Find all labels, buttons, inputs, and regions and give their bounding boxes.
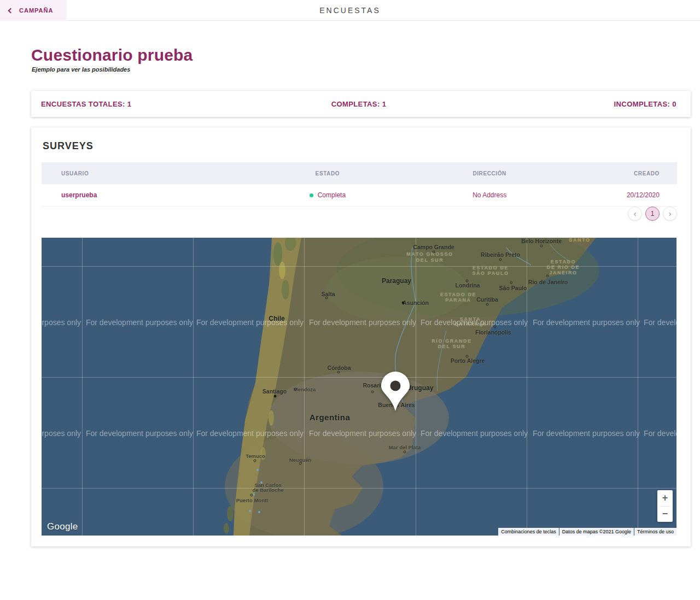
map-label-state: DE RIO DE — [547, 264, 580, 270]
map-label-state: PARANÁ — [445, 297, 471, 303]
dev-purposes-watermark: For development purposes only — [421, 429, 528, 438]
surveys-table: USUARIO ESTADO DIRECCIÓN CREADO userprue… — [42, 162, 677, 207]
map-label-state: ESTADO DE — [472, 265, 509, 270]
map-city-dot — [466, 280, 469, 283]
map-label-city: Campo Grande — [413, 244, 454, 250]
dev-purposes-watermark: For development purposes only — [309, 318, 416, 327]
map-tile-gridline-v — [638, 238, 638, 536]
stat-incomplete: INCOMPLETAS: 0 — [465, 100, 676, 108]
map-city-dot — [274, 395, 277, 398]
map-city-dot — [254, 460, 256, 462]
dev-purposes-watermark: For development purposes only — [86, 318, 193, 327]
map-label-city: São Paulo — [499, 285, 527, 291]
map-label-city: Curitiba — [476, 296, 498, 303]
map-label-city: Salta — [321, 291, 335, 297]
map-city-dot — [325, 297, 328, 299]
map-city-dot — [404, 451, 406, 454]
stat-total: ENCUESTAS TOTALES: 1 — [41, 100, 253, 108]
questionnaire-subtitle: Ejemplo para ver las posibilidades — [32, 66, 130, 73]
map-city-dot — [486, 303, 489, 306]
column-header-direccion: DIRECCIÓN — [410, 170, 569, 177]
dev-purposes-watermark: For development purposes only — [533, 318, 640, 327]
map-pin[interactable] — [370, 368, 421, 417]
map-label-city-sm: Temuco — [246, 453, 265, 459]
cell-created: 20/12/2020 — [569, 191, 677, 199]
dev-purposes-watermark: For development purposes only — [42, 429, 81, 438]
dev-purposes-watermark: For development purposes only — [533, 429, 640, 438]
map-label-city-sm: de Bariloche — [252, 487, 283, 493]
column-header-usuario: USUARIO — [42, 170, 245, 177]
map-label-city: Belo Horizonte — [521, 238, 562, 244]
questionnaire-title: Cuestionario prueba — [31, 46, 193, 64]
encuestas-page: CAMPAÑA ENCUESTAS Cuestionario prueba Ej… — [0, 0, 700, 600]
map-zoom-control: + − — [657, 490, 673, 522]
cell-user[interactable]: userprueba — [42, 191, 245, 199]
top-bar: CAMPAÑA ENCUESTAS — [0, 0, 700, 21]
map-city-dot — [294, 388, 297, 391]
map-city-dot — [433, 251, 435, 254]
map-tile-gridline-v — [193, 238, 194, 536]
google-logo[interactable]: Google — [47, 521, 78, 532]
map-label-city: Rio de Janeiro — [528, 279, 568, 285]
pagination-prev-button[interactable]: ‹ — [628, 207, 642, 221]
map-label-state: DEL SUR — [416, 257, 444, 263]
pagination: ‹ 1 › — [628, 207, 677, 221]
keyboard-shortcuts-link[interactable]: Combinaciones de teclas — [498, 528, 559, 536]
map-label-city: Porto Alegre — [451, 357, 485, 364]
dev-purposes-watermark: For development purposes only — [86, 429, 193, 438]
stats-card: ENCUESTAS TOTALES: 1 COMPLETAS: 1 INCOMP… — [31, 91, 691, 117]
map-label-country-lg: Argentina — [310, 413, 351, 422]
dev-purposes-watermark: For development purposes only — [196, 429, 304, 438]
map-city-dot — [402, 302, 405, 304]
map-label-state: JANEIRO — [549, 270, 577, 275]
map-tile-gridline-v — [82, 238, 83, 536]
map-city-dot — [510, 281, 513, 284]
dev-purposes-watermark: For development purposes only — [421, 318, 528, 327]
map-label-state: ESTADO DE — [440, 292, 476, 297]
table-header-row: USUARIO ESTADO DIRECCIÓN CREADO — [42, 162, 677, 184]
status-complete-dot-icon — [310, 193, 313, 197]
map-label-country: Paraguay — [382, 277, 411, 285]
map-label-city-sm: Puerto Montt — [236, 497, 269, 503]
dev-purposes-watermark: For development purposes only — [644, 318, 676, 327]
map-landmass — [42, 238, 676, 536]
map-label-city-sm: Mar del Plata — [389, 444, 421, 450]
map-tile-gridline-v — [527, 238, 527, 536]
map-label-state: RÍO GRANDE — [431, 338, 472, 344]
map-tile-gridline-h — [42, 266, 676, 267]
map-label-state: MATO GROSSO — [406, 251, 453, 257]
map-tile-gridline-h — [42, 377, 676, 378]
dev-purposes-watermark: For development purposes only — [644, 429, 676, 438]
page-header-title: ENCUESTAS — [0, 0, 700, 21]
google-map[interactable]: Google Combinaciones de teclas Datos de … — [42, 238, 676, 536]
terms-of-use-link[interactable]: Términos de uso — [634, 528, 676, 536]
stat-complete: COMPLETAS: 1 — [253, 100, 464, 108]
zoom-in-button[interactable]: + — [657, 490, 673, 506]
dev-purposes-watermark: For development purposes only — [42, 318, 81, 327]
zoom-out-button[interactable]: − — [657, 507, 673, 522]
map-tile-gridline-h — [42, 488, 676, 489]
pagination-page-1-button[interactable]: 1 — [645, 207, 660, 221]
map-label-city: Londrina — [456, 282, 480, 289]
map-label-state: ESTADO — [551, 259, 576, 264]
map-label-state: SÃO PAULO — [472, 270, 509, 276]
map-city-dot — [499, 258, 502, 261]
map-city-dot — [250, 494, 253, 497]
map-attribution: Combinaciones de teclas Datos de mapas ©… — [498, 528, 676, 536]
map-city-dot — [546, 275, 549, 278]
map-data-copyright: Datos de mapas ©2021 Google — [559, 528, 634, 536]
map-label-city: Santiago — [262, 388, 287, 395]
column-header-creado: CREADO — [569, 170, 677, 177]
map-city-dot — [299, 462, 302, 465]
status-label: Completa — [318, 191, 346, 199]
cell-address: No Address — [410, 191, 569, 199]
map-label-city: Córdoba — [327, 364, 351, 371]
table-row[interactable]: userprueba Completa No Address 20/12/202… — [42, 184, 677, 207]
map-city-dot — [466, 355, 469, 358]
map-label-city-sm: Mendoza — [294, 386, 316, 392]
map-city-dot — [540, 245, 543, 248]
surveys-heading: SURVEYS — [43, 140, 94, 152]
map-label-city: Ribeirão Preto — [481, 251, 520, 258]
pagination-next-button[interactable]: › — [663, 207, 677, 221]
map-label-state-gold: SANTO — [569, 238, 590, 243]
